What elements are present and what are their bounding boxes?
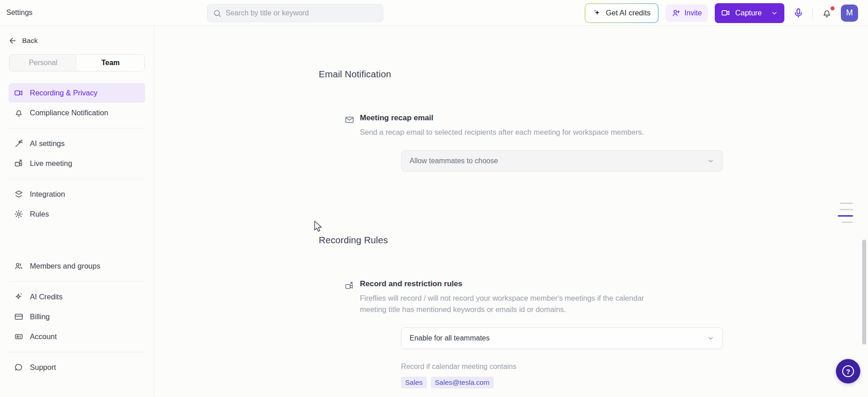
back-label: Back (22, 37, 38, 45)
capture-button[interactable]: Capture (715, 3, 784, 23)
setting-description: Fireflies will record / will not record … (360, 293, 664, 316)
avatar-initial: M (846, 8, 853, 18)
sidebar-item-account[interactable]: Account (9, 327, 145, 346)
setting-title: Meeting recap email (360, 113, 723, 123)
section-indicator-bar[interactable] (840, 203, 853, 204)
sidebar-item-integration[interactable]: Integration (9, 184, 145, 204)
sidebar-item-label: Billing (30, 312, 50, 321)
sidebar-nav: Recording & Privacy Compliance Notificat… (0, 83, 154, 377)
sidebar-item-ai-credits[interactable]: AI Credits (9, 287, 145, 307)
tab-team[interactable]: Team (77, 55, 144, 71)
camera-icon (721, 8, 731, 18)
sidebar-divider (9, 352, 145, 352)
notifications-button[interactable] (820, 6, 834, 20)
avatar[interactable]: M (841, 5, 858, 22)
settings-sidebar: Back Personal Team Recording & Privacy C… (0, 26, 154, 397)
sidebar-divider (9, 128, 145, 128)
sidebar-item-label: Compliance Notification (30, 109, 108, 117)
topbar-actions: Get AI credits Invite Capture (585, 0, 858, 26)
settings-content: Email Notification Meeting recap email S… (154, 26, 868, 397)
setting-description: Send a recap email to selected recipient… (360, 127, 664, 138)
sidebar-item-label: Members and groups (30, 262, 100, 270)
sidebar-item-label: AI settings (30, 139, 65, 148)
record-condition-label: Record if calendar meeting contains (401, 363, 723, 371)
section-heading: Recording Rules (319, 235, 868, 246)
mouse-cursor (313, 220, 323, 234)
meeting-recap-dropdown[interactable]: Allow teammates to choose (401, 150, 723, 172)
sidebar-item-label: Rules (30, 210, 49, 218)
keyword-tag[interactable]: Sales@tesla.com (431, 377, 494, 388)
sidebar-item-label: Account (30, 332, 57, 341)
section-indicator (838, 203, 853, 223)
person-plus-icon (672, 9, 681, 18)
scrollbar[interactable] (862, 240, 866, 345)
section-email-notification: Email Notification Meeting recap email S… (319, 69, 868, 172)
arrow-left-icon (8, 36, 17, 45)
credit-card-icon (14, 312, 24, 321)
help-button[interactable]: ? (836, 359, 860, 383)
section-heading: Email Notification (319, 69, 868, 80)
chat-bubble-icon (14, 363, 24, 372)
get-ai-credits-button[interactable]: Get AI credits (585, 3, 659, 23)
sidebar-item-recording-privacy[interactable]: Recording & Privacy (9, 83, 145, 103)
page-title: Settings (6, 9, 33, 17)
tab-personal[interactable]: Personal (9, 55, 77, 71)
sidebar-item-compliance-notification[interactable]: Compliance Notification (9, 103, 145, 123)
search-box[interactable] (207, 4, 383, 22)
sidebar-item-support[interactable]: Support (9, 358, 145, 377)
sparkle-icon (14, 292, 24, 302)
sidebar-item-ai-settings[interactable]: AI settings (9, 134, 145, 153)
chevron-down-icon (707, 335, 714, 342)
video-camera-icon (14, 88, 24, 98)
question-mark-icon: ? (842, 365, 854, 377)
get-ai-credits-label: Get AI credits (606, 9, 651, 17)
sidebar-divider (9, 281, 145, 282)
invite-button[interactable]: Invite (665, 5, 708, 22)
microphone-icon (793, 8, 804, 19)
sidebar-item-rules[interactable]: Rules (9, 204, 145, 224)
scope-tabs: Personal Team (9, 54, 145, 71)
video-camera-icon (344, 281, 354, 388)
dropdown-value: Allow teammates to choose (410, 157, 498, 165)
sidebar-item-billing[interactable]: Billing (9, 307, 145, 326)
section-indicator-bar[interactable] (840, 209, 853, 210)
sparkles-icon (593, 9, 602, 18)
video-arrow-icon (14, 159, 24, 168)
back-button[interactable]: Back (8, 36, 38, 45)
chevron-down-icon (707, 157, 714, 165)
sidebar-item-members-and-groups[interactable]: Members and groups (9, 256, 145, 276)
microphone-button[interactable] (791, 6, 806, 20)
sidebar-item-label: Support (30, 363, 56, 372)
notification-dot (830, 5, 835, 11)
bell-icon (14, 108, 24, 118)
section-indicator-bar-active[interactable] (838, 215, 853, 217)
keyword-tag[interactable]: Sales (401, 377, 427, 388)
sidebar-item-label: AI Credits (30, 293, 62, 301)
magic-wand-icon (14, 139, 24, 148)
id-card-icon (14, 332, 24, 341)
sidebar-divider (9, 179, 145, 179)
sidebar-item-label: Recording & Privacy (30, 89, 97, 97)
layers-icon (14, 189, 24, 199)
sidebar-item-label: Integration (30, 190, 65, 198)
setting-card-record-rules: Record and restriction rules Fireflies w… (319, 279, 868, 388)
sidebar-spacer (0, 224, 154, 256)
people-icon (14, 261, 24, 271)
setting-card-meeting-recap: Meeting recap email Send a recap email t… (319, 113, 868, 172)
keyword-tags: Sales Sales@tesla.com (401, 377, 723, 388)
capture-label: Capture (735, 9, 762, 17)
chevron-down-icon[interactable] (771, 9, 778, 17)
search-input[interactable] (226, 9, 377, 17)
sidebar-item-live-meeting[interactable]: Live meeting (9, 154, 145, 173)
envelope-icon (344, 115, 354, 172)
sidebar-item-label: Live meeting (30, 159, 72, 168)
setting-title: Record and restriction rules (360, 279, 723, 288)
record-rules-dropdown[interactable]: Enable for all teammates (401, 327, 723, 349)
invite-label: Invite (684, 9, 702, 17)
section-indicator-bar[interactable] (842, 222, 853, 223)
topbar-divider (812, 7, 813, 19)
section-recording-rules: Recording Rules Record and restriction r… (319, 235, 868, 388)
search-icon (213, 9, 222, 18)
gear-icon (14, 209, 24, 219)
topbar: Settings Get AI credits Invite Capture (0, 0, 868, 26)
